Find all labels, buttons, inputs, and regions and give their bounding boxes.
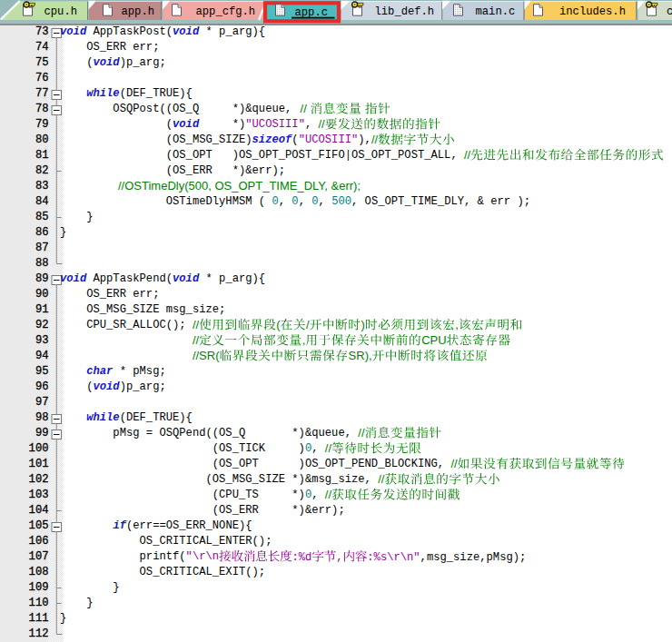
svg-text:main.c: main.c <box>476 5 516 18</box>
svg-text:lib_def.h: lib_def.h <box>375 5 435 18</box>
svg-text:app.h: app.h <box>122 5 154 18</box>
svg-text:includes.h: includes.h <box>559 5 626 18</box>
svg-text:app_cfg.h: app_cfg.h <box>196 5 256 18</box>
svg-text:cpu.h: cpu.h <box>44 5 77 18</box>
svg-text:c: c <box>667 5 672 18</box>
svg-text:app.c: app.c <box>295 6 328 19</box>
